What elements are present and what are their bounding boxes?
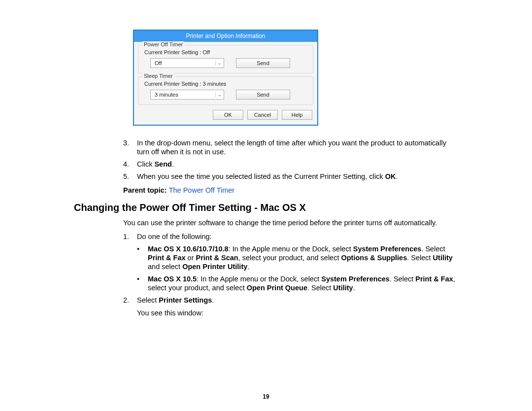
send-button[interactable]: Send bbox=[236, 58, 290, 68]
list-item: 1. Do one of the following: bbox=[123, 232, 458, 241]
list-marker: 5. bbox=[123, 172, 137, 181]
list-marker: 2. bbox=[123, 296, 137, 317]
ok-button[interactable]: OK bbox=[213, 110, 243, 120]
send-button[interactable]: Send bbox=[236, 90, 290, 100]
list-text: Click Send. bbox=[137, 160, 458, 169]
list-text: In the drop-down menu, select the length… bbox=[137, 138, 458, 156]
power-off-dropdown[interactable]: Off ⌄ bbox=[150, 58, 224, 68]
list-subtext: You see this window: bbox=[137, 308, 458, 317]
parent-topic-label: Parent topic: bbox=[123, 186, 169, 194]
list-item: 3. In the drop-down menu, select the len… bbox=[123, 138, 458, 156]
chevron-down-icon: ⌄ bbox=[215, 92, 222, 97]
group-label: Sleep Timer bbox=[142, 73, 174, 79]
current-setting-text: Current Printer Setting : Off bbox=[144, 49, 310, 55]
list-item: 4. Click Send. bbox=[123, 160, 458, 169]
group-label: Power Off Timer bbox=[142, 41, 184, 47]
dropdown-value: 3 minutes bbox=[155, 92, 178, 98]
sleep-timer-dropdown[interactable]: 3 minutes ⌄ bbox=[150, 90, 224, 100]
parent-topic: Parent topic: The Power Off Timer bbox=[123, 186, 458, 194]
bullet-text: Mac OS X 10.6/10.7/10.8: In the Apple me… bbox=[148, 244, 458, 271]
dropdown-value: Off bbox=[155, 60, 162, 66]
power-off-timer-group: Power Off Timer Current Printer Setting … bbox=[138, 45, 313, 73]
current-setting-text: Current Printer Setting : 3 minutes bbox=[144, 81, 310, 87]
bullet-marker: • bbox=[137, 274, 148, 292]
help-button[interactable]: Help bbox=[282, 110, 312, 120]
ordered-list: 1. Do one of the following: • Mac OS X 1… bbox=[74, 232, 458, 317]
list-text: Select Printer Settings. You see this wi… bbox=[137, 296, 458, 317]
list-item: 5. When you see the time you selected li… bbox=[123, 172, 458, 181]
cancel-button[interactable]: Cancel bbox=[247, 110, 278, 120]
bullet-item: • Mac OS X 10.6/10.7/10.8: In the Apple … bbox=[137, 244, 458, 271]
bullet-text: Mac OS X 10.5: In the Apple menu or the … bbox=[148, 274, 458, 292]
parent-topic-link[interactable]: The Power Off Timer bbox=[169, 186, 235, 194]
section-heading: Changing the Power Off Timer Setting - M… bbox=[74, 202, 458, 213]
page-number: 19 bbox=[0, 393, 532, 400]
bullet-marker: • bbox=[137, 244, 148, 271]
list-text: Do one of the following: bbox=[137, 232, 458, 241]
dialog-title: Printer and Option Information bbox=[134, 31, 317, 42]
chevron-down-icon: ⌄ bbox=[215, 61, 222, 66]
dialog-screenshot: Printer and Option Information Power Off… bbox=[133, 30, 458, 126]
list-marker: 4. bbox=[123, 160, 137, 169]
list-marker: 1. bbox=[123, 232, 137, 241]
bullet-item: • Mac OS X 10.5: In the Apple menu or th… bbox=[137, 274, 458, 292]
ordered-list-continuation: 3. In the drop-down menu, select the len… bbox=[74, 138, 458, 181]
list-item: 2. Select Printer Settings. You see this… bbox=[123, 296, 458, 317]
intro-text: You can use the printer software to chan… bbox=[123, 218, 458, 227]
printer-option-dialog: Printer and Option Information Power Off… bbox=[133, 30, 318, 126]
list-marker: 3. bbox=[123, 138, 137, 156]
sleep-timer-group: Sleep Timer Current Printer Setting : 3 … bbox=[138, 76, 313, 105]
list-text: When you see the time you selected liste… bbox=[137, 172, 458, 181]
